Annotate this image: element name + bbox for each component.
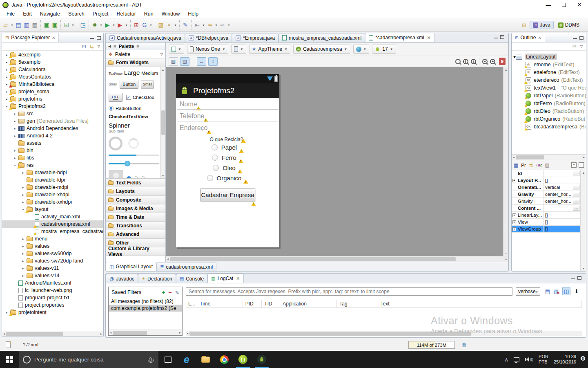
palette-category-transitions[interactable]: Transitions [106,222,165,230]
expand-icon[interactable]: + [512,220,516,224]
open-perspective-icon[interactable]: ⊞ [520,21,528,29]
sort-alpha-icon[interactable]: ↓az [536,163,542,167]
view-menu-icon[interactable]: ▽ [98,45,100,48]
close-tab-icon[interactable]: ✕ [427,35,431,40]
dropdown-icon[interactable]: ▾ [149,20,153,29]
saved-filter-item[interactable]: All messages (no filters) (82) [109,298,182,305]
minimize-view-icon[interactable] [573,38,577,39]
locale-chooser[interactable]: ▼ [353,45,370,54]
palette-widget-textview[interactable]: TextView [109,72,122,76]
logcat-table-body[interactable] [186,308,582,330]
collapsed-arrow-icon[interactable]: ▸ [20,252,26,256]
import-to-device-icon[interactable]: ▣ [42,20,51,29]
outline-item[interactable]: AbtextView1- "O que Rec [512,84,586,92]
perspective-ddms[interactable]: ◍ DDMS [555,21,582,29]
outline-item[interactable]: rbtFerro(RadioButton) [512,99,586,107]
tree-item[interactable]: ▸5exemplo [2,58,103,66]
outline-item[interactable]: abettelefone(EditText) [512,68,586,76]
link-editor-icon[interactable]: ⇆ [90,44,94,49]
tree-item[interactable]: ▸bin [2,147,103,154]
maximize-view-icon[interactable] [579,36,584,40]
minimize-view-icon[interactable] [90,38,94,39]
tree-item[interactable]: ▸libs [2,154,103,162]
tree-item[interactable]: ▸values-sw600dp [2,250,103,257]
logcat-hscrollbar[interactable]: ◂ [186,331,582,336]
tree-item[interactable]: ▸projetofms [2,95,103,103]
tree-item[interactable]: ▸projeto_soma [2,88,103,95]
palette-category-composite[interactable]: Composite [106,196,165,204]
editor-tab[interactable]: J*Empresa.java [232,33,278,42]
tree-item[interactable]: ▸drawable-mdpi [2,184,103,191]
tree-item[interactable]: ▸drawable-xxhdpi [2,198,103,206]
ellipsis-button[interactable]: ... [573,199,579,204]
palette-widget-button[interactable]: Button [120,80,138,89]
maximize-button[interactable] [562,3,566,7]
start-button[interactable] [0,351,19,368]
palette-category-time-date[interactable]: Time & Date [106,213,165,222]
palette-combo[interactable]: ❖ Palette ▽ [106,50,165,58]
collapsed-arrow-icon[interactable]: ▸ [12,149,18,153]
export-log-icon[interactable]: ▤ [543,287,552,295]
palette-header[interactable]: ◀ ≡Palette≡ [106,43,165,50]
error-count-badge[interactable]: 9 [499,58,506,65]
expand-icon[interactable]: + [512,227,516,231]
edittext-endereço[interactable]: Endereço [176,121,279,133]
editor-mode-tab[interactable]: ≣cadastroempresa.xml [156,262,216,271]
cortana-search[interactable]: Pergunte-me qualquer coisa [19,351,158,368]
debug-icon[interactable]: ✹ [91,20,99,29]
palette-widget-quickcontact[interactable] [109,170,123,179]
collapsed-arrow-icon[interactable]: ▸ [20,200,26,204]
palette-widget-seekbar[interactable] [109,161,159,166]
tree-item[interactable]: ▸values [2,242,103,250]
mark-occurrences-icon[interactable]: ✎ [181,20,189,29]
expand-icon[interactable]: + [512,179,516,182]
edge-button[interactable]: e [177,351,196,368]
palette-scrollbar[interactable]: ▴▾ [160,67,165,178]
palette-widget-spinner[interactable]: Spinner Sub Item [109,122,159,133]
show-one-config-toggle[interactable]: ▥ [169,57,178,66]
tree-item[interactable]: ▸menu [2,235,103,242]
ellipsis-button[interactable]: ... [573,185,579,190]
scroll-to-end-icon[interactable]: ⬇ [572,287,581,295]
palette-category-images-media[interactable]: Images & Media [106,204,165,213]
android-emulator-button[interactable] [252,351,271,368]
close-tab-icon[interactable]: ✕ [236,276,240,281]
collapsed-arrow-icon[interactable]: ▸ [12,127,18,130]
show-all-configs-toggle[interactable]: ▤ [180,57,189,66]
tree-item[interactable]: ▾res [2,162,103,169]
editor-tab[interactable]: J*DBhelper.java [185,33,232,42]
minimize-editor-icon[interactable] [494,38,498,39]
network-icon[interactable] [514,357,519,361]
tree-item[interactable]: ▸drawable-xhdpi [2,191,103,198]
outline-item[interactable]: rbtOleo(RadioButton) [512,107,586,115]
property-row[interactable]: +LinearLay...[] [512,212,580,219]
language-indicator[interactable]: PORPTB [539,354,548,365]
palette-widget-progressbar-horizontal[interactable] [109,155,159,156]
property-row[interactable]: Gravitycenter_hor...... [512,191,580,198]
add-filter-icon[interactable]: + [162,289,165,296]
heap-status[interactable]: 114M of 273M [408,341,455,349]
palette-widget-ratingbar[interactable] [127,176,145,179]
save-all-icon[interactable]: ▥ [22,20,31,29]
collapsed-arrow-icon[interactable]: ▸ [20,245,26,248]
tree-item[interactable]: ▸MeusContatos [2,73,103,81]
dropdown-icon[interactable]: ▾ [99,20,103,29]
collapsed-arrow-icon[interactable]: ▸ [20,259,26,263]
palette-category-layouts[interactable]: Layouts [106,187,165,196]
zoom-fit-icon[interactable]: ⋮ [463,59,468,64]
menu-file[interactable]: File [2,10,19,18]
menu-edit[interactable]: Edit [19,10,36,18]
dropdown-icon[interactable]: ▾ [227,20,231,29]
outline-item[interactable]: abetnome(EditText) [512,61,586,68]
collapse-left-icon[interactable]: ◀ [108,44,111,48]
remove-filter-icon[interactable]: − [168,289,172,296]
property-row[interactable]: Content ...... [512,205,580,212]
view-menu-icon[interactable]: ▽ [580,45,583,48]
expand-vertical-toggle[interactable]: ↕ [208,57,218,66]
collapse-all-icon[interactable]: − [579,162,584,168]
display-mode-icon[interactable]: ◫ [562,287,570,295]
theme-chooser[interactable]: ★AppTheme▼ [249,45,290,54]
run-external-icon[interactable]: ▶ [116,20,124,29]
tree-item[interactable]: ▸src [2,110,103,117]
tree-item[interactable]: ▸MinhaBiblioteca [2,81,103,88]
